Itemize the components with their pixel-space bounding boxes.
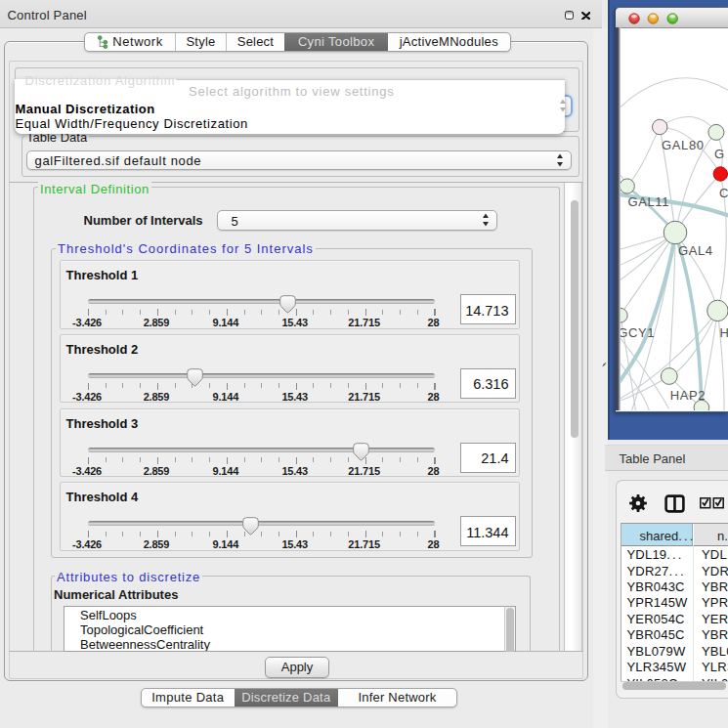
svg-text:C: C (719, 186, 728, 200)
svg-text:G: G (714, 147, 725, 161)
svg-text:GCY1: GCY1 (618, 325, 655, 340)
svg-text:HAP2: HAP2 (669, 387, 705, 402)
svg-text:H: H (719, 325, 728, 340)
svg-text:GAL4: GAL4 (678, 243, 713, 258)
svg-text:GAL80: GAL80 (662, 138, 704, 152)
svg-text:GAL11: GAL11 (627, 194, 669, 209)
